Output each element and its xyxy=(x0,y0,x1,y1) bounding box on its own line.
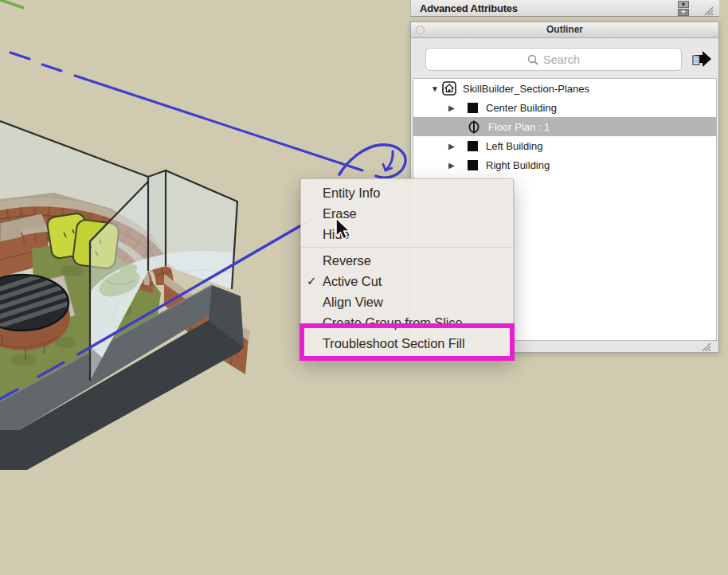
details-arrow-button[interactable] xyxy=(690,50,714,69)
advanced-attributes-panel: Advanced Attributes ▼ + xyxy=(410,0,719,17)
section-plane-icon xyxy=(468,120,480,134)
disclosure-right-icon[interactable]: ▶ xyxy=(448,161,459,170)
tree-row-model[interactable]: ▼ SkillBuilder_Section-Planes xyxy=(413,79,716,98)
disclosure-right-icon[interactable]: ▶ xyxy=(448,142,459,151)
tree-label: Right Building xyxy=(486,159,550,171)
advanced-attributes-title: Advanced Attributes xyxy=(420,2,518,14)
expand-attributes-icon[interactable]: ▼ + xyxy=(678,0,691,17)
panel-collapse-icon[interactable] xyxy=(416,25,425,34)
checkmark-icon: ✓ xyxy=(307,271,316,291)
menu-item-entity-info[interactable]: Entity Info xyxy=(301,182,513,203)
group-icon xyxy=(468,103,478,113)
group-icon xyxy=(468,160,478,170)
scribble-annotation xyxy=(339,145,405,178)
tree-row-center-building[interactable]: ▶ Center Building xyxy=(413,98,716,117)
group-icon xyxy=(468,141,478,151)
tree-row-floor-plan[interactable]: Floor Plan : 1 xyxy=(413,117,716,136)
tree-row-left-building[interactable]: ▶ Left Building xyxy=(413,136,716,155)
tree-label: Floor Plan : 1 xyxy=(488,121,550,133)
tree-label: SkillBuilder_Section-Planes xyxy=(463,83,589,95)
search-input[interactable]: Search xyxy=(425,48,682,71)
resize-grip-icon[interactable] xyxy=(700,342,711,352)
model-home-icon xyxy=(442,81,456,96)
menu-item-troubleshoot-section-fill[interactable]: Troubleshoot Section Fill xyxy=(301,333,513,354)
menu-item-active-cut[interactable]: ✓ Active Cut xyxy=(301,271,513,291)
resize-grip-icon[interactable] xyxy=(703,6,714,16)
green-axis-line xyxy=(0,0,24,8)
disclosure-down-icon[interactable]: ▼ xyxy=(431,84,442,93)
menu-item-erase[interactable]: Erase xyxy=(301,203,513,224)
outliner-header: Outliner xyxy=(411,22,718,38)
tree-label: Left Building xyxy=(486,140,543,152)
menu-item-align-view[interactable]: Align View xyxy=(301,291,513,312)
menu-item-hide[interactable]: Hide xyxy=(301,224,513,244)
menu-item-create-group-from-slice[interactable]: Create Group from Slice xyxy=(301,312,513,333)
sketchup-window: Advanced Attributes ▼ + Outliner Search xyxy=(0,0,728,575)
tree-label: Center Building xyxy=(486,102,557,114)
tree-row-right-building[interactable]: ▶ Right Building xyxy=(413,155,716,174)
search-icon xyxy=(527,54,538,65)
context-menu: Entity Info Erase Hide Reverse ✓ Active … xyxy=(300,178,514,357)
menu-separator xyxy=(301,247,513,248)
outliner-title: Outliner xyxy=(546,24,583,35)
disclosure-right-icon[interactable]: ▶ xyxy=(448,104,459,112)
search-placeholder: Search xyxy=(543,53,580,66)
menu-item-reverse[interactable]: Reverse xyxy=(301,250,513,271)
